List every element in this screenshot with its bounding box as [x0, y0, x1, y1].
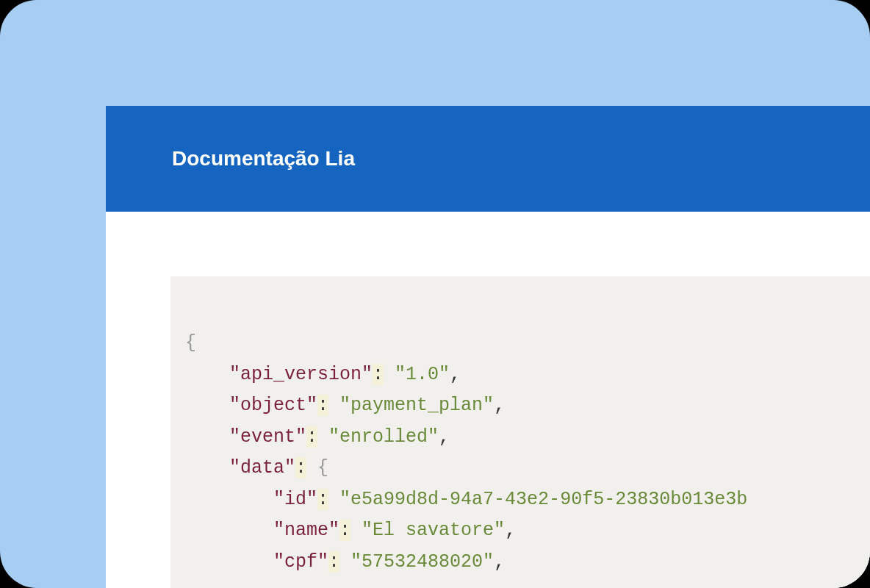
document-panel: Documentação Lia { "api_version": "1.0",… — [106, 106, 870, 588]
page-title: Documentação Lia — [172, 147, 355, 171]
outer-rounded-container: Documentação Lia { "api_version": "1.0",… — [0, 0, 870, 588]
code-block: { "api_version": "1.0", "object": "payme… — [170, 276, 870, 588]
content-area: { "api_version": "1.0", "object": "payme… — [106, 212, 870, 588]
header-bar: Documentação Lia — [106, 106, 870, 212]
